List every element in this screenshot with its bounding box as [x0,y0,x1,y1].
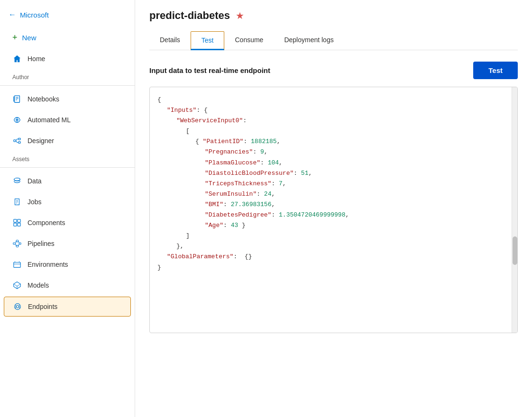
json-line-15: }, [157,241,510,252]
sidebar: ← Microsoft + New Home Author Notebooks [0,0,135,417]
svg-rect-20 [18,223,20,226]
json-line-3: "WebServiceInput0": [157,116,510,126]
notebooks-label: Notebooks [28,95,59,103]
svg-point-13 [14,178,20,181]
tab-details[interactable]: Details [149,31,191,50]
svg-rect-24 [19,243,21,245]
svg-rect-21 [13,243,16,245]
svg-line-27 [18,241,19,244]
test-button[interactable]: Test [473,62,518,79]
svg-rect-17 [14,219,17,222]
json-line-1: { [157,95,510,105]
svg-rect-29 [14,263,20,268]
plus-icon: + [12,33,18,42]
svg-line-25 [15,241,16,244]
page-title: predict-diabetes [149,9,230,22]
json-line-5: { "PatientID": 1882185, [157,136,510,147]
tab-consume[interactable]: Consume [224,31,274,50]
automated-ml-icon [12,115,22,125]
endpoints-label: Endpoints [28,303,57,310]
main-content: predict-diabetes ★ Details Test Consume … [135,0,532,417]
svg-line-33 [14,284,17,286]
notebooks-icon [12,94,22,104]
json-line-12: "DiabetesPedigree": 1.3504720469999998, [157,210,510,220]
json-line-9: "TricepsThickness": 7, [157,179,510,189]
sidebar-item-new[interactable]: + New [4,28,131,46]
endpoints-icon [13,302,22,311]
sidebar-item-designer[interactable]: Designer [4,131,131,150]
svg-rect-18 [18,219,20,222]
divider-assets [0,167,135,168]
json-line-7: "PlasmaGlucose": 104, [157,158,510,168]
sidebar-item-notebooks[interactable]: Notebooks [4,90,131,109]
models-icon [12,281,22,290]
json-line-6: "Pregnancies": 9, [157,147,510,157]
home-label: Home [28,55,45,63]
pipelines-label: Pipelines [28,240,55,247]
svg-point-5 [16,119,18,121]
tab-deployment-logs[interactable]: Deployment logs [274,31,344,50]
svg-line-26 [15,244,16,246]
sidebar-item-data[interactable]: Data [4,172,131,190]
json-scrollbar-thumb [513,236,517,265]
author-section-label: Author [0,69,135,82]
svg-point-37 [16,305,18,308]
json-line-10: "SerumInsulin": 24, [157,189,510,199]
svg-rect-0 [15,96,20,102]
svg-rect-7 [18,138,21,140]
automated-ml-label: Automated ML [28,116,71,124]
environments-icon [12,260,22,269]
components-label: Components [28,219,65,227]
svg-rect-8 [18,142,21,144]
json-line-16: "GlobalParameters": {} [157,252,510,262]
tab-test[interactable]: Test [191,31,225,50]
components-icon [12,218,22,227]
sidebar-new-label: New [22,34,37,42]
sidebar-item-microsoft[interactable]: ← Microsoft [0,5,135,27]
sidebar-item-home[interactable]: Home [4,49,131,68]
sidebar-item-components[interactable]: Components [4,213,131,232]
json-line-13: "Age": 43 } [157,220,510,231]
svg-rect-19 [14,223,17,226]
json-content: { "Inputs": { "WebServiceInput0": [ { "P… [150,95,510,273]
designer-label: Designer [28,137,54,145]
json-scrollbar[interactable] [512,87,517,333]
models-label: Models [28,281,49,289]
page-title-row: predict-diabetes ★ [149,9,518,22]
json-line-14: ] [157,231,510,241]
divider-author [0,85,135,86]
designer-icon [12,136,22,145]
jobs-label: Jobs [28,198,42,206]
environments-label: Environments [28,261,68,268]
json-line-17: } [157,263,510,273]
data-label: Data [28,177,42,185]
svg-line-9 [16,139,17,141]
sidebar-item-endpoints[interactable]: Endpoints [4,297,131,317]
svg-rect-23 [16,245,18,247]
svg-line-28 [18,244,19,246]
pipelines-icon [12,239,22,248]
svg-line-34 [17,284,20,286]
json-editor[interactable]: { "Inputs": { "WebServiceInput0": [ { "P… [149,87,518,333]
svg-line-11 [16,141,17,143]
json-line-8: "DiastolicBloodPressure": 51, [157,168,510,179]
json-line-11: "BMI": 27.36983156, [157,199,510,210]
star-icon[interactable]: ★ [236,10,244,21]
back-arrow-icon: ← [9,10,16,19]
assets-section-label: Assets [0,151,135,164]
sidebar-item-environments[interactable]: Environments [4,255,131,274]
sidebar-item-jobs[interactable]: Jobs [4,192,131,211]
jobs-icon [12,197,22,207]
sidebar-item-models[interactable]: Models [4,276,131,295]
sidebar-item-pipelines[interactable]: Pipelines [4,234,131,253]
svg-rect-22 [16,240,18,242]
data-icon [12,176,22,186]
json-line-4: [ [157,126,510,136]
json-line-2: "Inputs": { [157,105,510,116]
svg-rect-6 [14,140,16,142]
microsoft-label: Microsoft [20,11,49,19]
test-header: Input data to test real-time endpoint Te… [149,62,518,79]
home-icon [12,54,22,63]
sidebar-item-automated-ml[interactable]: Automated ML [4,110,131,129]
test-section-title: Input data to test real-time endpoint [149,66,270,74]
